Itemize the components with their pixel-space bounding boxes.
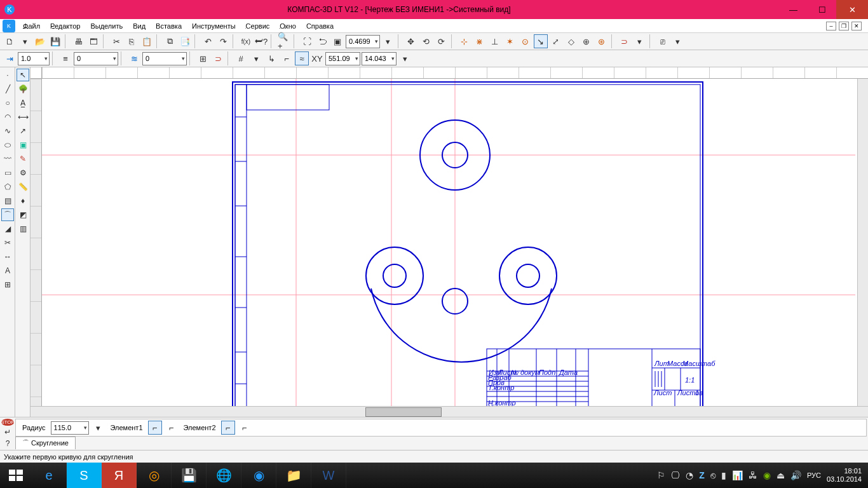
perp2-icon[interactable]: ⌐ [280,51,294,65]
menu-service[interactable]: Сервис [241,21,275,31]
zoom-combo[interactable]: 0.4699 [346,35,380,48]
snap-grid-icon[interactable]: ◇ [564,34,578,48]
open-button[interactable]: 📂 [33,34,47,48]
misc3-icon[interactable]: ▥ [17,222,29,235]
tbutton-misc[interactable]: ⎚ [656,34,670,48]
enter-button[interactable]: ↵ [1,427,14,437]
tray-lang[interactable]: РУС [807,471,821,479]
drawing-canvas[interactable]: Изм Лист № докум Подп Дата Разраб Пров Т… [42,79,857,406]
prop-tab-fillet[interactable]: ⌒ Скругление [15,437,76,449]
orbit-icon[interactable]: ⟲ [419,34,433,48]
ortho-icon[interactable]: ⊞ [196,51,210,65]
dd6-icon[interactable]: ▾ [398,51,412,65]
elem1-mode-b-icon[interactable]: ⌐ [165,421,179,435]
tray-flag-icon[interactable]: ⚐ [657,470,665,480]
undo-button[interactable]: ↶ [201,34,215,48]
circle-tool-icon[interactable]: ○ [1,97,14,109]
misc2-icon[interactable]: ◩ [17,208,29,221]
zoom-fit-icon[interactable]: ▣ [330,34,344,48]
measure-icon[interactable]: 📏 [17,180,29,193]
magnet-icon[interactable]: ⊃ [211,51,225,65]
fillet-tool-icon[interactable]: ⌒ [1,208,14,221]
param-icon[interactable]: ⚙ [17,166,29,179]
layer-combo[interactable]: 0 [142,52,187,65]
radius-field[interactable]: 115.0 [51,421,89,435]
layer-icon[interactable]: ≋ [127,51,141,65]
print-button[interactable]: 🖶 [71,34,85,48]
tray-z-icon[interactable]: Z [699,470,705,480]
snap-int-icon[interactable]: ↘ [534,34,548,48]
menu-select[interactable]: Выделить [85,21,128,31]
task-word-icon[interactable]: W [311,463,346,488]
menu-help[interactable]: Справка [301,21,339,31]
task-kompas-icon[interactable]: ◉ [241,463,276,488]
task-ie-icon[interactable]: e [32,463,67,488]
tray-clock[interactable]: 18:01 03.10.2014 [827,467,862,484]
dd2-icon[interactable]: ▾ [381,34,395,48]
elem1-mode-a-icon[interactable]: ⌐ [148,421,162,435]
zoom-window-icon[interactable]: ⛶ [300,34,314,48]
dd5-icon[interactable]: ▾ [249,51,263,65]
pan-icon[interactable]: ✥ [404,34,418,48]
preview-button[interactable]: 🗔 [86,34,100,48]
snap-near-icon[interactable]: ⤢ [549,34,563,48]
minimize-button[interactable]: — [779,0,808,19]
menu-file[interactable]: Файл [18,21,45,31]
menu-tools[interactable]: Инструменты [187,21,241,31]
snap-mid-icon[interactable]: ⋇ [473,34,487,48]
grid-icon[interactable]: # [234,51,248,65]
mdi-close[interactable]: ✕ [851,22,862,30]
poly-tool-icon[interactable]: ⬠ [1,180,14,193]
copy-button[interactable]: ⎘ [125,34,139,48]
ellipse-tool-icon[interactable]: ⬭ [1,139,14,151]
text-tool-icon[interactable]: A [1,264,14,277]
maximize-button[interactable]: ☐ [808,0,836,19]
tray-power-icon[interactable]: ⎋ [710,470,715,480]
help-arrow-icon[interactable]: ⮨? [254,34,268,48]
hatch-tool-icon[interactable]: ▤ [1,194,14,207]
tray-chart-icon[interactable]: 📊 [732,470,743,480]
snap-para-icon[interactable]: ⊕ [580,34,593,48]
tree-icon[interactable]: 🌳 [17,83,29,95]
dim-tool-icon[interactable]: ↔ [1,250,14,263]
dd4-icon[interactable]: ▾ [671,34,685,48]
menu-edit[interactable]: Редактор [45,21,85,31]
tray-eject-icon[interactable]: ⏏ [776,470,785,480]
chamfer-tool-icon[interactable]: ◢ [1,222,14,235]
step-icon[interactable]: ⇥ [3,51,17,65]
text2-icon[interactable]: A̲ [17,97,29,109]
tray-volume-icon[interactable]: 🔊 [790,470,801,480]
props-button[interactable]: ⧉ [163,34,177,48]
leader-icon[interactable]: ↗ [17,125,29,137]
arc-tool-icon[interactable]: ◠ [1,111,14,123]
tray-display-icon[interactable]: 🖵 [671,470,680,480]
cut-button[interactable]: ✂ [109,34,123,48]
snap-end-icon[interactable]: ⊹ [458,34,471,48]
coord-y-field[interactable]: 14.043 [362,52,397,65]
snap-ang-icon[interactable]: ⊛ [595,34,609,48]
task-chrome-icon[interactable]: 🌐 [207,463,241,488]
redo-button[interactable]: ↷ [216,34,230,48]
zoom-prev-icon[interactable]: ⮌ [315,34,329,48]
paste-button[interactable]: 📋 [140,34,154,48]
snap-magnet-icon[interactable]: ⊃ [618,34,632,48]
misc1-icon[interactable]: ♦ [17,194,29,207]
stop-button[interactable]: STOP [1,419,14,426]
fx-button[interactable]: f(x) [239,34,253,48]
line-tool-icon[interactable]: ╱ [1,83,14,95]
tray-disc-icon[interactable]: ◔ [686,470,693,480]
mdi-restore[interactable]: ❐ [839,22,849,30]
scrollbar-horizontal[interactable] [31,406,868,417]
start-button[interactable] [0,463,32,488]
point-tool-icon[interactable]: · [1,69,14,81]
style-combo[interactable]: 0 [74,52,118,65]
dd3-icon[interactable]: ▾ [633,34,647,48]
bezier-tool-icon[interactable]: 〰 [1,152,14,165]
radius-dd-icon[interactable]: ▾ [92,421,105,435]
mdi-minimize[interactable]: – [826,22,836,30]
snap-tang-icon[interactable]: ✶ [503,34,517,48]
rect-tool-icon[interactable]: ▭ [1,166,14,179]
snap-perp-icon[interactable]: ⊥ [488,34,502,48]
menu-window[interactable]: Окно [275,21,301,31]
dd-icon[interactable]: ▾ [18,34,32,48]
